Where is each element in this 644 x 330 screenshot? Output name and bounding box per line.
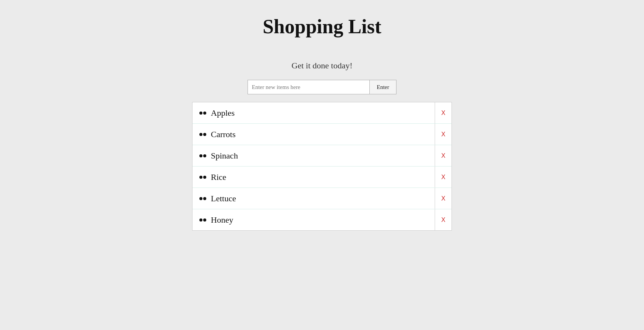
list-item: SpinachX xyxy=(193,145,451,167)
delete-button[interactable]: X xyxy=(435,209,451,230)
subtitle: Get it done today! xyxy=(291,61,352,71)
delete-x-label: X xyxy=(441,110,445,116)
svg-point-6 xyxy=(199,176,202,179)
item-name: Apples xyxy=(211,108,235,118)
delete-x-label: X xyxy=(441,217,445,223)
svg-point-1 xyxy=(203,112,206,115)
enter-button[interactable]: Enter xyxy=(370,80,396,94)
shopping-list: ApplesXCarrotsXSpinachXRiceXLettuceXHone… xyxy=(192,102,452,231)
item-name: Lettuce xyxy=(211,194,236,204)
svg-point-7 xyxy=(203,176,206,179)
svg-point-2 xyxy=(199,133,202,136)
drag-icon xyxy=(199,109,207,117)
item-name: Honey xyxy=(211,215,233,225)
item-label-area: Rice xyxy=(193,168,435,186)
delete-x-label: X xyxy=(441,196,445,202)
item-label-area: Carrots xyxy=(193,126,435,143)
svg-point-10 xyxy=(199,218,202,222)
list-item: RiceX xyxy=(193,167,451,188)
svg-point-3 xyxy=(203,133,206,136)
delete-button[interactable]: X xyxy=(435,102,451,123)
delete-button[interactable]: X xyxy=(435,167,451,188)
svg-point-5 xyxy=(203,154,206,157)
list-item: LettuceX xyxy=(193,188,451,209)
item-label-area: Apples xyxy=(193,104,435,122)
delete-x-label: X xyxy=(441,174,445,180)
new-item-input[interactable] xyxy=(248,80,370,94)
delete-x-label: X xyxy=(441,131,445,138)
item-label-area: Honey xyxy=(193,211,435,229)
list-item: ApplesX xyxy=(193,102,451,124)
delete-x-label: X xyxy=(441,153,445,159)
svg-point-8 xyxy=(199,197,202,200)
item-name: Rice xyxy=(211,172,226,182)
list-item: CarrotsX xyxy=(193,124,451,145)
item-name: Carrots xyxy=(211,129,236,139)
drag-icon xyxy=(199,130,207,139)
item-label-area: Spinach xyxy=(193,147,435,165)
delete-button[interactable]: X xyxy=(435,145,451,166)
drag-icon xyxy=(199,194,207,203)
drag-icon xyxy=(199,216,207,224)
add-item-row: Enter xyxy=(248,80,396,94)
page-title: Shopping List xyxy=(263,15,382,38)
svg-point-11 xyxy=(203,218,206,222)
drag-icon xyxy=(199,152,207,160)
drag-icon xyxy=(199,173,207,181)
list-item: HoneyX xyxy=(193,209,451,230)
delete-button[interactable]: X xyxy=(435,188,451,209)
svg-point-9 xyxy=(203,197,206,200)
delete-button[interactable]: X xyxy=(435,124,451,145)
item-name: Spinach xyxy=(211,151,238,161)
svg-point-0 xyxy=(199,112,202,115)
svg-point-4 xyxy=(199,154,202,157)
item-label-area: Lettuce xyxy=(193,190,435,207)
